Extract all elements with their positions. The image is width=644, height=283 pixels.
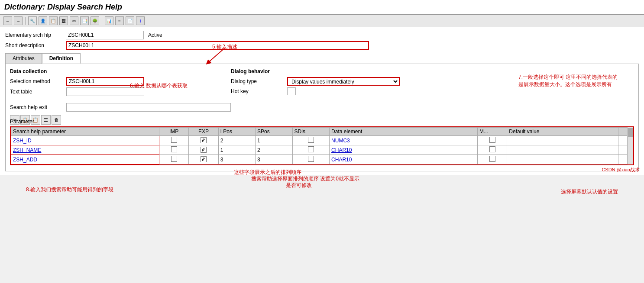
col-header-sdis: SDis	[292, 128, 329, 136]
cell-param-1: ZSH_ID	[11, 136, 159, 145]
dataelem-link-1[interactable]: NUMC3	[331, 138, 350, 144]
parameter-section: Search help parameter IMP EXP LPos SPos …	[10, 126, 634, 167]
cell-default-2[interactable]	[507, 145, 618, 155]
table-header-row: Search help parameter IMP EXP LPos SPos …	[11, 128, 633, 136]
elem-srch-label: Elementary srch hlp	[5, 32, 66, 38]
cell-mod-3[interactable]	[477, 155, 507, 164]
watermark: CSDN @xiao战术	[602, 167, 640, 173]
col-header-lpos: LPos	[218, 128, 255, 136]
cell-param-3: ZSH_ADD	[11, 155, 159, 164]
tree-button[interactable]: 🌳	[91, 16, 99, 25]
cell-mod-1[interactable]	[477, 136, 507, 145]
col-header-imp: IMP	[159, 128, 188, 136]
checkbox-mod-2	[489, 146, 495, 152]
search-help-exit-label: Search help exit	[10, 104, 66, 110]
short-desc-label: Short description	[5, 42, 66, 48]
cell-exp-3[interactable]: ✓	[189, 155, 218, 164]
hot-key-label: Hot key	[231, 88, 287, 94]
search-help-exit-input[interactable]	[66, 103, 231, 112]
checkbox-sdis-3	[308, 156, 314, 162]
cell-default-1[interactable]	[507, 136, 618, 145]
forward-button[interactable]: →	[14, 16, 23, 25]
dataelem-link-3[interactable]: CHAR10	[331, 157, 352, 163]
tabs-row: Attributes Definition	[5, 53, 639, 64]
toolbar-separator-2	[102, 17, 102, 25]
dialog-behavior-section: Dialog behavior Dialog type Display valu…	[231, 68, 447, 98]
checkbox-mod-1	[489, 137, 495, 143]
image-button[interactable]: 🖼	[59, 16, 68, 25]
annotation-default: 选择屏幕默认认值的设置	[561, 188, 618, 196]
text-table-input[interactable]	[66, 87, 144, 96]
elem-srch-row: Elementary srch hlp Active	[5, 31, 639, 39]
list-button[interactable]: ≡	[115, 16, 124, 25]
checkbox-mod-3	[489, 156, 495, 162]
selection-method-input[interactable]	[66, 77, 144, 86]
cell-sdis-2[interactable]	[292, 145, 329, 155]
col-header-exp: EXP	[189, 128, 218, 136]
hot-key-input[interactable]	[287, 87, 296, 95]
cell-imp-3[interactable]	[159, 155, 188, 164]
cell-spos-2: 2	[256, 145, 292, 155]
cell-dataelem-2: CHAR10	[330, 145, 478, 155]
param-link-1[interactable]: ZSH_ID	[13, 138, 32, 144]
cell-exp-2[interactable]: ✓	[189, 145, 218, 155]
param-link-2[interactable]: ZSH_NAME	[13, 147, 41, 153]
hot-key-row: Hot key	[231, 87, 447, 95]
cell-imp-1[interactable]	[159, 136, 188, 145]
cell-mod-2[interactable]	[477, 145, 507, 155]
cell-lpos-2: 1	[218, 145, 255, 155]
cell-imp-2[interactable]	[159, 145, 188, 155]
checkbox-imp-3	[171, 156, 177, 162]
param-link-3[interactable]: ZSH_ADD	[13, 157, 37, 163]
annotation-spos: 搜索帮助选择界面排列的顺序 设置为0就不显示	[251, 175, 359, 183]
back-button[interactable]: ←	[3, 16, 12, 25]
parameter-label: Parameter	[10, 119, 34, 125]
doc-button[interactable]: 📄	[126, 16, 134, 25]
cell-dataelem-3: CHAR10	[330, 155, 478, 164]
dialog-type-select[interactable]: Display values immediately Display immed…	[287, 77, 400, 86]
col-header-spos: SPos	[256, 128, 292, 136]
table-scrollbar[interactable]	[627, 127, 633, 164]
delete-row-btn[interactable]: 🗑	[52, 115, 61, 125]
definition-sections: Data collection Selection method Text ta…	[10, 68, 634, 98]
data-collection-title: Data collection	[10, 68, 218, 74]
tab-definition[interactable]: Definition	[42, 53, 81, 64]
text-table-row: Text table	[10, 87, 218, 96]
elem-srch-input[interactable]	[66, 31, 144, 39]
cell-dataelem-1: NUMC3	[330, 136, 478, 145]
short-desc-input[interactable]	[66, 41, 369, 50]
table-row: ZSH_ADD ✓ 3 3 CHAR10	[11, 155, 633, 164]
text-table-label: Text table	[10, 89, 66, 95]
checkbox-imp-2	[171, 146, 177, 152]
user-button[interactable]: 👤	[39, 16, 47, 25]
tools-button[interactable]: 🔧	[28, 16, 37, 25]
toolbar-separator-1	[25, 17, 26, 25]
parameter-table: Search help parameter IMP EXP LPos SPos …	[11, 127, 633, 164]
cell-sdis-3[interactable]	[292, 155, 329, 164]
cell-sdis-1[interactable]	[292, 136, 329, 145]
copy-button[interactable]: 📋	[49, 16, 58, 25]
tab-attributes[interactable]: Attributes	[5, 53, 42, 64]
paste-button[interactable]: 📑	[80, 16, 89, 25]
cell-exp-1[interactable]: ✓	[189, 136, 218, 145]
dataelem-link-2[interactable]: CHAR10	[331, 147, 352, 153]
insert-row-btn[interactable]: ☰	[41, 115, 51, 125]
cut-button[interactable]: ✂	[70, 16, 78, 25]
info-button[interactable]: i	[136, 16, 145, 25]
table-icon-toolbar: ✂ 📋 📋 ☰ 🗑	[10, 115, 634, 125]
dialog-type-row: Dialog type Display values immediately D…	[231, 77, 447, 86]
cell-default-3[interactable]	[507, 155, 618, 164]
cell-param-2: ZSH_NAME	[11, 145, 159, 155]
main-content: Elementary srch hlp Active Short descrip…	[0, 27, 644, 175]
chart-button[interactable]: 📊	[105, 16, 113, 25]
checkbox-sdis-2	[308, 146, 314, 152]
cell-spos-1: 1	[256, 136, 292, 145]
scrollbar-thumb[interactable]	[628, 128, 633, 137]
annotation-sdis: 是否可修改	[286, 182, 312, 189]
annotation-8: 8.输入我们搜索帮助可能用得到的字段	[26, 186, 113, 193]
col-header-param: Search help parameter	[11, 128, 159, 136]
selection-method-row: Selection method	[10, 77, 218, 86]
table-row: ZSH_NAME ✓ 1 2 CHAR10	[11, 145, 633, 155]
dialog-type-label: Dialog type	[231, 78, 287, 84]
col-header-default: Default value	[507, 128, 618, 136]
